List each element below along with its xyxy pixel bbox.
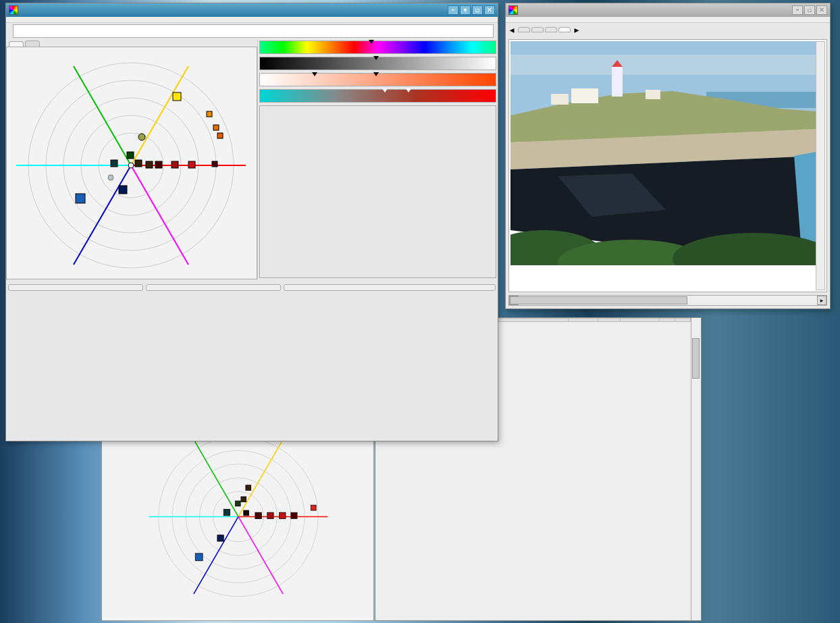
svg-rect-57: [571, 88, 598, 103]
image-hscroll[interactable]: ◂ ▸: [508, 295, 827, 306]
svg-rect-15: [241, 497, 246, 502]
tab-scroll-left[interactable]: ◂: [507, 24, 517, 35]
mix-table-container: [6, 293, 498, 441]
minimize-button[interactable]: –: [792, 5, 803, 15]
mix-preview: [259, 105, 496, 278]
close-button[interactable]: ✕: [816, 5, 827, 15]
remove-unused-button[interactable]: [284, 284, 496, 291]
svg-point-47: [108, 175, 113, 180]
svg-rect-36: [213, 125, 219, 130]
tab-monotone[interactable]: [531, 27, 544, 32]
col-warmth[interactable]: [621, 319, 660, 322]
svg-rect-12: [217, 535, 224, 541]
maximize-button[interactable]: ▫: [472, 5, 483, 15]
notes-input[interactable]: [13, 24, 494, 38]
svg-rect-13: [224, 510, 230, 516]
svg-point-38: [138, 134, 145, 140]
col-value[interactable]: [569, 319, 598, 322]
palette-window: – ▾ ▫ ✕: [5, 3, 498, 441]
svg-rect-52: [510, 55, 816, 75]
reset-button[interactable]: [146, 284, 281, 291]
svg-rect-55: [612, 67, 623, 97]
add-button[interactable]: [8, 284, 143, 291]
maximize-down-button[interactable]: ▾: [460, 5, 471, 15]
svg-rect-16: [244, 510, 249, 516]
svg-rect-18: [267, 512, 273, 518]
col-hue[interactable]: [598, 319, 620, 322]
svg-rect-37: [217, 133, 223, 138]
svg-point-50: [128, 163, 134, 168]
svg-rect-49: [76, 194, 85, 203]
svg-rect-39: [127, 152, 134, 159]
analysed-tabs: ◂ ▸: [506, 23, 830, 36]
svg-rect-46: [111, 160, 117, 167]
warmth-slider[interactable]: [259, 89, 496, 103]
svg-rect-40: [135, 160, 142, 167]
value-slider[interactable]: [259, 57, 496, 70]
svg-rect-59: [646, 90, 660, 99]
tab-restricted-value-monotone[interactable]: [545, 27, 557, 32]
palette-titlebar[interactable]: – ▾ ▫ ✕: [6, 3, 498, 17]
svg-rect-48: [119, 186, 127, 194]
svg-rect-34: [173, 92, 181, 101]
tube-table-scrollbar[interactable]: [691, 318, 701, 620]
app-icon: [9, 5, 18, 15]
analysed-window: – ▫ ✕ ◂ ▸: [505, 3, 831, 309]
tab-hue-value[interactable]: [25, 40, 40, 47]
analysed-titlebar[interactable]: – ▫ ✕: [506, 3, 830, 17]
hscroll-right[interactable]: ▸: [817, 296, 826, 305]
svg-rect-11: [195, 553, 203, 561]
chroma-slider[interactable]: [259, 73, 496, 86]
svg-rect-20: [291, 512, 297, 518]
svg-rect-35: [207, 111, 212, 117]
svg-rect-42: [155, 161, 162, 168]
image-vscroll[interactable]: [816, 41, 825, 290]
hue-slider[interactable]: [259, 40, 496, 54]
analysed-image-view[interactable]: [508, 39, 827, 292]
tab-restricted-value[interactable]: [558, 27, 571, 32]
svg-rect-21: [311, 505, 316, 510]
svg-rect-58: [551, 94, 569, 105]
svg-rect-14: [235, 501, 240, 506]
svg-rect-17: [255, 512, 261, 518]
svg-rect-45: [212, 161, 217, 167]
close-button[interactable]: ✕: [484, 5, 495, 15]
svg-rect-44: [188, 161, 195, 168]
hscroll-thumb[interactable]: [510, 296, 687, 304]
svg-rect-41: [146, 161, 153, 168]
svg-rect-43: [172, 161, 178, 168]
minimize-button[interactable]: –: [448, 5, 458, 15]
hue-chroma-wheel[interactable]: [6, 47, 257, 279]
analysed-menubar: [506, 17, 830, 23]
background-hue-wheel: [101, 432, 374, 621]
palette-menubar: [6, 17, 498, 23]
tab-notan[interactable]: [518, 27, 530, 32]
col-p[interactable]: [675, 319, 691, 322]
svg-rect-22: [246, 485, 251, 491]
svg-rect-19: [280, 512, 286, 518]
col-t[interactable]: [660, 319, 675, 322]
app-icon: [508, 5, 518, 15]
tab-scroll-right[interactable]: ▸: [572, 24, 581, 35]
maximize-button[interactable]: ▫: [804, 5, 815, 15]
